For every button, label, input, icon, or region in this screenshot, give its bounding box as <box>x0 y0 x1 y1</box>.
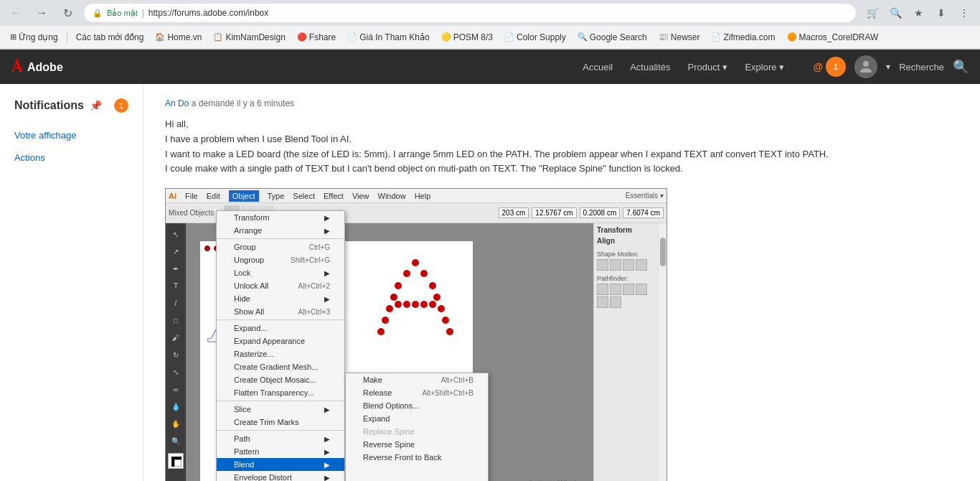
bookmark-color-supply[interactable]: 📄 Color Supply <box>500 30 570 45</box>
pathfinder-btn-3[interactable] <box>623 284 634 295</box>
submenu-item-make[interactable]: Make Alt+Ctrl+B <box>346 373 488 386</box>
bookmark-fshare[interactable]: 🔴 Fshare <box>293 30 340 45</box>
nav-link-explore-label: Explore <box>745 62 776 73</box>
refresh-button[interactable]: ↻ <box>57 3 77 23</box>
bookmark-posm[interactable]: 🟡 POSM 8/3 <box>437 30 497 45</box>
ai-menu-effect[interactable]: Effect <box>324 192 344 200</box>
menu-item-ungroup[interactable]: Ungroup Shift+Ctrl+G <box>217 253 344 266</box>
avatar-chevron-icon[interactable]: ▾ <box>886 62 890 72</box>
ai-tool-eyedrop[interactable]: 💧 <box>168 398 184 414</box>
pathfinder-btn-6[interactable] <box>610 296 621 308</box>
nav-link-product[interactable]: Product ▾ <box>688 62 728 73</box>
menu-item-group[interactable]: Group Ctrl+G <box>217 240 344 253</box>
menu-item-path[interactable]: Path ▶ <box>217 432 344 445</box>
lock-arrow-icon: ▶ <box>324 269 330 277</box>
shape-mode-btn-2[interactable] <box>610 259 621 271</box>
sidebar-pin-icon[interactable]: 📌 <box>90 100 102 111</box>
menu-icon[interactable]: ⋮ <box>954 3 974 23</box>
forward-button[interactable]: → <box>32 3 52 23</box>
post-author[interactable]: An Do <box>165 98 189 108</box>
bookmark-newser[interactable]: 📰 Newser <box>654 30 705 45</box>
ai-tool-rect[interactable]: □ <box>168 312 184 328</box>
ai-tool-rotate[interactable]: ↻ <box>168 347 184 363</box>
ai-menu-type[interactable]: Type <box>268 192 285 200</box>
bookmark-apps[interactable]: ⊞ Ứng dụng <box>6 30 62 45</box>
bookmark-macros[interactable]: 🟠 Macros_CorelDRAW <box>783 30 883 45</box>
menu-item-create-gradient[interactable]: Create Gradient Mesh... <box>217 360 344 373</box>
ai-menu-view[interactable]: View <box>352 192 369 200</box>
bookmark-kimnam[interactable]: 📋 KimNamDesign <box>209 30 289 45</box>
ai-tool-line[interactable]: / <box>168 295 184 311</box>
back-button[interactable]: ← <box>6 3 26 23</box>
right-scrollbar[interactable] <box>658 223 666 481</box>
bookmark-tabs[interactable]: Các tab mới đồng <box>72 30 149 45</box>
menu-item-blend[interactable]: Blend ▶ <box>217 458 344 471</box>
search-icon[interactable]: 🔍 <box>885 3 905 23</box>
notification-wrapper[interactable]: @ 1 <box>813 57 846 77</box>
menu-item-hide[interactable]: Hide ▶ <box>217 292 344 305</box>
submenu-item-release[interactable]: Release Alt+Shift+Ctrl+B <box>346 386 488 399</box>
ai-color-box[interactable] <box>168 453 184 469</box>
ai-tool-zoom[interactable]: 🔍 <box>168 433 184 449</box>
ai-menu-file[interactable]: File <box>185 192 198 200</box>
user-avatar[interactable] <box>854 55 877 78</box>
ai-menu-ai[interactable]: Ai <box>169 192 176 200</box>
ai-tool-scale[interactable]: ⤡ <box>168 364 184 380</box>
bookmark-home[interactable]: 🏠 Home.vn <box>151 30 206 45</box>
ai-menu-help[interactable]: Help <box>415 192 431 200</box>
scrollbar-thumb[interactable] <box>660 238 666 266</box>
menu-item-show-all[interactable]: Show All Alt+Ctrl+3 <box>217 305 344 318</box>
nav-link-accueil[interactable]: Accueil <box>583 62 613 73</box>
ai-tool-pen[interactable]: ✒ <box>168 261 184 276</box>
pathfinder-btn-4[interactable] <box>636 284 647 295</box>
nav-link-actualites[interactable]: Actualités <box>630 62 670 73</box>
notification-badge[interactable]: 1 <box>826 57 846 77</box>
menu-item-unlock-all[interactable]: Unlock All Alt+Ctrl+2 <box>217 279 344 292</box>
pathfinder-btn-2[interactable] <box>610 284 621 295</box>
shape-mode-btn-3[interactable] <box>623 259 634 271</box>
address-bar[interactable]: 🔒 Bảo mật | https://forums.adobe.com/inb… <box>83 3 857 23</box>
ai-tool-direct[interactable]: ↗ <box>168 243 184 259</box>
pathfinder-btn-5[interactable] <box>597 296 608 308</box>
menu-item-arrange[interactable]: Arrange ▶ <box>217 224 344 237</box>
submenu-item-reverse-spine[interactable]: Reverse Spine <box>346 438 488 451</box>
menu-item-lock[interactable]: Lock ▶ <box>217 266 344 279</box>
menu-item-pattern[interactable]: Pattern ▶ <box>217 445 344 458</box>
cart-icon[interactable]: 🛒 <box>862 3 882 23</box>
menu-item-transform[interactable]: Transform ▶ <box>217 211 344 224</box>
menu-item-create-object-mosaic[interactable]: Create Object Mosaic... <box>217 373 344 386</box>
bookmark-google[interactable]: 🔍 Google Search <box>573 30 651 45</box>
submenu-item-blend-options[interactable]: Blend Options... <box>346 399 488 412</box>
nav-link-explore[interactable]: Explore ▾ <box>745 62 784 73</box>
shape-mode-btn-4[interactable] <box>636 259 647 271</box>
submenu-item-expand[interactable]: Expand <box>346 412 488 425</box>
sidebar-item-actions[interactable]: Actions <box>0 146 143 169</box>
menu-item-envelope[interactable]: Envelope Distort ▶ <box>217 471 344 481</box>
menu-item-expand-appearance[interactable]: Expand Appearance <box>217 335 344 347</box>
sidebar-item-votre-affichage[interactable]: Votre affichage <box>0 124 143 146</box>
ai-menu-select[interactable]: Select <box>293 192 315 200</box>
ai-tool-hand[interactable]: ✋ <box>168 416 184 431</box>
recherche-label[interactable]: Recherche <box>899 62 944 73</box>
bookmark-gia-in[interactable]: 📄 Giá In Tham Khảo <box>343 30 434 45</box>
ai-menu-object[interactable]: Object <box>229 190 259 202</box>
ai-tool-type[interactable]: T <box>168 278 184 294</box>
ai-menu-edit[interactable]: Edit <box>207 192 220 200</box>
shape-mode-btn-1[interactable] <box>597 259 608 271</box>
menu-item-expand[interactable]: Expand... <box>217 322 344 335</box>
pathfinder-btn-1[interactable] <box>597 284 608 295</box>
bookmark-icon[interactable]: ★ <box>908 3 928 23</box>
ai-menu-window[interactable]: Window <box>378 192 406 200</box>
adobe-logo[interactable]: Å Adobe <box>11 57 85 77</box>
ai-tool-blend[interactable]: ∞ <box>168 381 184 397</box>
menu-item-slice[interactable]: Slice ▶ <box>217 403 344 416</box>
bookmark-zifmedia[interactable]: 📄 Zifmedia.com <box>707 30 779 45</box>
download-icon[interactable]: ⬇ <box>931 3 951 23</box>
menu-item-create-trim[interactable]: Create Trim Marks <box>217 416 344 429</box>
ai-tool-brush[interactable]: 🖌 <box>168 330 184 345</box>
ai-tool-select[interactable]: ↖ <box>168 226 184 242</box>
menu-item-flatten[interactable]: Flatten Transparency... <box>217 386 344 399</box>
nav-search-icon[interactable]: 🔍 <box>953 59 969 75</box>
menu-item-rasterize[interactable]: Rasterize... <box>217 347 344 360</box>
submenu-item-reverse-front[interactable]: Reverse Front to Back <box>346 451 488 464</box>
